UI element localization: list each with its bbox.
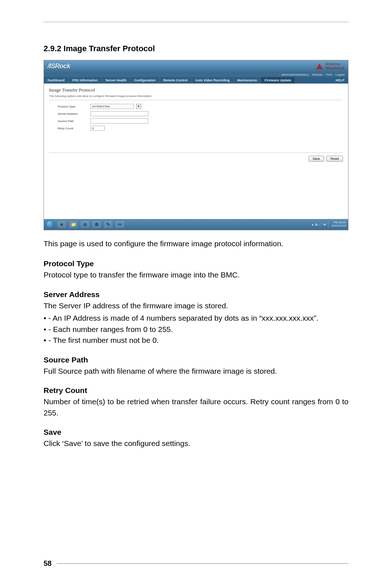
page-number: 58 — [44, 559, 52, 568]
userbar-logout[interactable]: Logout — [336, 73, 344, 76]
heading-retry-count: Retry Count — [44, 386, 348, 395]
ami-logo: American Megatrends — [316, 62, 344, 70]
input-source-path[interactable] — [90, 118, 148, 123]
label-server-address: Server Address — [58, 112, 90, 115]
label-source-path: Source Path — [58, 119, 90, 123]
para-source-path: Full Source path with filename of where … — [44, 366, 348, 377]
nav-maintenance[interactable]: Maintenance — [233, 77, 261, 84]
taskbar-app2-icon[interactable]: ⚙ — [92, 220, 101, 228]
input-server-address[interactable] — [90, 111, 148, 116]
ami-text-bottom: Megatrends — [325, 66, 344, 70]
label-retry-count: Retry Count — [58, 127, 90, 130]
userbar-print[interactable]: Print — [326, 73, 332, 76]
taskbar-app4-icon[interactable]: ✂ — [115, 220, 124, 228]
nav-configuration[interactable]: Configuration — [131, 77, 160, 84]
para-protocol-type: Protocol type to transfer the firmware i… — [44, 269, 348, 280]
taskbar-app1-icon[interactable]: ◎ — [80, 220, 90, 228]
userbar-user: admin(Administrator) — [282, 73, 309, 76]
list-server-address: An IP Address is made of 4 numbers separ… — [44, 313, 348, 346]
nav-dashboard[interactable]: Dashboard — [44, 77, 69, 84]
intro-paragraph: This page is used to configure the firmw… — [44, 238, 348, 249]
save-button[interactable]: Save — [309, 156, 324, 162]
reset-button[interactable]: Reset — [326, 156, 343, 162]
screenshot-page-title: Image Transfer Protocol — [49, 87, 343, 93]
top-rule — [44, 22, 348, 22]
footer-rule — [57, 563, 348, 564]
para-save: Click ‘Save’ to save the configured sett… — [44, 438, 348, 449]
asrock-logo: /ISRock — [48, 62, 70, 70]
screenshot-header: /ISRock American Megatrends — [44, 60, 348, 72]
bullet-ip-format: An IP Address is made of 4 numbers separ… — [44, 313, 348, 324]
screenshot-description: The following options will allow to conf… — [49, 94, 343, 100]
form-divider — [49, 153, 343, 153]
nav-help[interactable]: HELP — [332, 77, 348, 84]
tray-clock[interactable]: PM 09:34 2013/10/15 — [328, 221, 346, 228]
taskbar-explorer-icon[interactable]: 📁 — [69, 220, 78, 228]
heading-source-path: Source Path — [44, 356, 348, 364]
taskbar-ie-icon[interactable]: e — [57, 220, 66, 228]
para-server-address: The Server IP address of the firmware im… — [44, 300, 348, 311]
dropdown-icon[interactable]: ▾ — [136, 104, 141, 109]
bullet-first-number: The first number must not be 0. — [44, 335, 348, 346]
taskbar-app3-icon[interactable]: ✎ — [103, 220, 113, 228]
heading-save: Save — [44, 428, 348, 437]
heading-protocol-type: Protocol Type — [44, 259, 348, 268]
input-retry-count[interactable] — [90, 126, 105, 131]
section-heading: 2.9.2 Image Transfer Protocol — [44, 44, 348, 53]
ami-text-top: American — [325, 62, 344, 66]
userbar-refresh[interactable]: Refresh — [312, 73, 322, 76]
page-footer: 58 — [44, 559, 348, 568]
nav-bar: Dashboard FRU Information Server Health … — [44, 77, 348, 84]
tray-icons[interactable]: ▲ 🖧 🔊 🕪 — [311, 223, 326, 226]
start-button-icon[interactable] — [46, 220, 55, 229]
windows-taskbar: e 📁 ◎ ⚙ ✎ ✂ ▲ 🖧 🔊 🕪 PM 09:34 2013/10/15 — [44, 219, 348, 230]
bullet-number-range: Each number ranges from 0 to 255. — [44, 324, 348, 335]
system-tray: ▲ 🖧 🔊 🕪 PM 09:34 2013/10/15 — [311, 221, 346, 228]
config-form: Protocol Type ▾ Server Address Source Pa… — [58, 104, 343, 131]
nav-firmware[interactable]: Firmware Update — [261, 77, 295, 84]
screenshot-body: Image Transfer Protocol The following op… — [44, 84, 348, 219]
user-bar: admin(Administrator) Refresh Print Logou… — [44, 72, 348, 77]
label-protocol-type: Protocol Type — [58, 105, 90, 108]
nav-avr[interactable]: Auto Video Recording — [192, 77, 233, 84]
select-protocol-type[interactable] — [90, 104, 134, 109]
embedded-screenshot: /ISRock American Megatrends admin(Admini… — [44, 60, 348, 230]
nav-remote[interactable]: Remote Control — [160, 77, 192, 84]
ami-triangle-icon — [316, 64, 323, 69]
nav-fru[interactable]: FRU Information — [69, 77, 102, 84]
nav-server-health[interactable]: Server Health — [102, 77, 131, 84]
heading-server-address: Server Address — [44, 290, 348, 299]
para-retry-count: Number of time(s) to be retried when tra… — [44, 396, 348, 418]
